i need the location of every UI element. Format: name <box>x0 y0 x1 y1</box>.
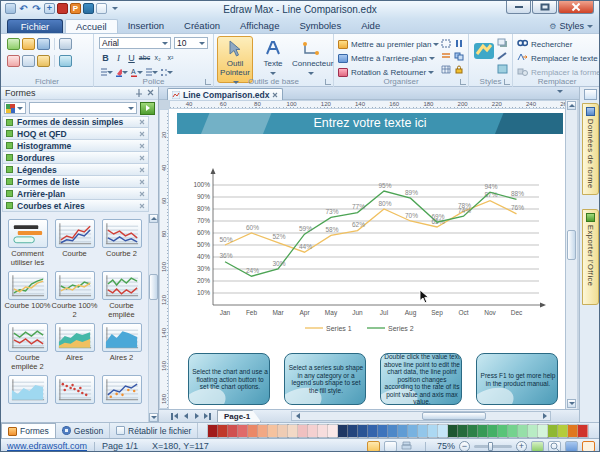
scrollbar-thumb[interactable] <box>149 274 158 300</box>
scroll-up-icon[interactable] <box>567 101 576 110</box>
zoom-area-icon[interactable] <box>548 441 561 452</box>
dialog-launcher-icon[interactable] <box>504 79 510 85</box>
document-list-icon[interactable] <box>557 90 563 93</box>
palette-swatch[interactable] <box>448 425 458 437</box>
font-style-button[interactable]: U <box>125 52 138 64</box>
scroll-left-icon[interactable] <box>292 411 303 422</box>
multi-page-icon[interactable] <box>565 441 578 452</box>
palette-swatch[interactable] <box>538 425 548 437</box>
copy-icon[interactable] <box>22 55 35 67</box>
menu-tab-Aide[interactable]: Aide <box>351 19 390 33</box>
shape-category[interactable]: Formes de dessin simples <box>2 116 149 128</box>
zoom-in-icon[interactable]: + <box>516 441 527 452</box>
shape-category[interactable]: Histogramme <box>2 140 149 152</box>
palette-swatch[interactable] <box>368 425 378 437</box>
shape-thumbnail[interactable]: Courbe empilée <box>98 271 145 323</box>
note-box[interactable]: Select the chart and use a floating acti… <box>188 353 270 405</box>
category-close-icon[interactable] <box>139 131 145 137</box>
shape-data-tab[interactable]: Données de forme <box>582 103 599 195</box>
replace-text-button[interactable]: Remplacer le texte <box>531 54 598 63</box>
distribute-icon[interactable] <box>453 38 464 49</box>
banner-text[interactable]: Entrez votre texte ici <box>177 116 563 130</box>
palette-swatch[interactable] <box>378 425 388 437</box>
palette-swatch[interactable] <box>498 425 508 437</box>
note-box[interactable]: Double click the value text above line p… <box>380 353 462 405</box>
minimize-button[interactable] <box>506 1 531 14</box>
view-normal-icon[interactable] <box>367 441 380 452</box>
palette-swatch[interactable] <box>458 425 468 437</box>
shapes-scrollbar[interactable] <box>148 214 158 422</box>
font-style-button[interactable]: I <box>112 52 125 64</box>
shape-category[interactable]: Formes de liste <box>2 176 149 188</box>
category-close-icon[interactable] <box>139 203 145 209</box>
palette-swatch[interactable] <box>278 425 288 437</box>
pin-icon[interactable] <box>135 89 143 97</box>
shape-thumbnail[interactable] <box>4 375 51 421</box>
font-style-button[interactable]: x² <box>164 52 177 64</box>
shape-category[interactable]: Bordures <box>2 152 149 164</box>
palette-swatch[interactable] <box>328 425 338 437</box>
palette-swatch[interactable] <box>488 425 498 437</box>
shape-category[interactable]: Arrière-plan <box>2 188 149 200</box>
menu-tab-Accueil[interactable]: Accueil <box>65 19 118 33</box>
new-document-icon[interactable] <box>96 3 107 14</box>
menu-tab-Symboles[interactable]: Symboles <box>289 19 351 33</box>
save-icon[interactable] <box>5 3 16 14</box>
customize-toolbar-icon[interactable] <box>109 3 120 14</box>
bring-to-front-button[interactable]: Mettre au premier plan <box>351 40 431 49</box>
vertical-scrollbar[interactable] <box>565 100 577 409</box>
vscroll-thumb[interactable] <box>567 230 576 260</box>
menu-tab-Affichage[interactable]: Affichage <box>230 19 289 33</box>
shape-thumbnail[interactable]: Courbe empilée 2 <box>4 323 51 375</box>
font-size-select[interactable]: 10 <box>174 37 208 49</box>
line-style-icon[interactable] <box>497 51 508 61</box>
hscroll-thumb[interactable] <box>422 412 486 420</box>
first-page-icon[interactable] <box>169 411 180 422</box>
font-style-button[interactable]: abc <box>138 52 151 64</box>
rotate-flip-button[interactable]: Rotation & Retourner <box>351 68 426 77</box>
export-pdf-icon[interactable] <box>57 3 68 14</box>
paste-icon[interactable] <box>37 55 50 67</box>
lock-icon[interactable] <box>453 64 464 75</box>
palette-swatch[interactable] <box>208 425 218 437</box>
styles-menu-button[interactable]: ⚙ Styles <box>549 19 593 33</box>
palette-swatch[interactable] <box>518 425 528 437</box>
fill-color-icon[interactable] <box>497 64 508 74</box>
layer-icon[interactable] <box>440 51 451 62</box>
shape-thumbnail[interactable] <box>51 375 98 421</box>
shape-thumbnail[interactable]: Courbe <box>51 219 98 271</box>
export-office-tab[interactable]: Exporter l'Office <box>582 209 599 305</box>
menu-tab-Insertion[interactable]: Insertion <box>118 19 174 33</box>
palette-swatch[interactable] <box>478 425 488 437</box>
shadow-style-icon[interactable] <box>497 38 508 48</box>
print-icon[interactable] <box>59 38 72 50</box>
shape-thumbnail[interactable]: Comment utiliser les <box>4 219 51 271</box>
align-shapes-icon[interactable] <box>440 38 451 49</box>
export-word-icon[interactable] <box>83 3 94 14</box>
save-icon[interactable] <box>37 38 50 50</box>
shape-search-select[interactable] <box>29 102 137 114</box>
palette-swatch[interactable] <box>558 425 568 437</box>
palette-swatch[interactable] <box>438 425 448 437</box>
dialog-launcher-icon[interactable] <box>205 79 211 85</box>
close-document-icon[interactable] <box>272 92 278 98</box>
palette-swatch[interactable] <box>428 425 438 437</box>
page-tab[interactable]: Page-1 <box>217 410 261 422</box>
close-button[interactable] <box>558 1 594 14</box>
import-library-icon[interactable] <box>140 102 155 115</box>
palette-swatch[interactable] <box>258 425 268 437</box>
menu-tab-Création[interactable]: Création <box>174 19 230 33</box>
format-painter-icon[interactable] <box>59 55 72 67</box>
shape-thumbnail[interactable]: Aires <box>51 323 98 375</box>
zoom-out-icon[interactable]: − <box>459 441 470 452</box>
group-icon[interactable] <box>453 51 464 62</box>
new-icon[interactable] <box>7 38 20 50</box>
palette-swatch[interactable] <box>318 425 328 437</box>
palette-swatch[interactable] <box>548 425 558 437</box>
palette-swatch[interactable] <box>288 425 298 437</box>
category-close-icon[interactable] <box>139 191 145 197</box>
export-ppt-icon[interactable]: P <box>70 3 81 14</box>
add-shape-icon[interactable]: + <box>44 3 55 14</box>
scroll-right-icon[interactable] <box>539 411 550 422</box>
line-chart[interactable]: 10%20%30%40%50%60%70%80%90%100%JanFebMar… <box>187 165 563 337</box>
